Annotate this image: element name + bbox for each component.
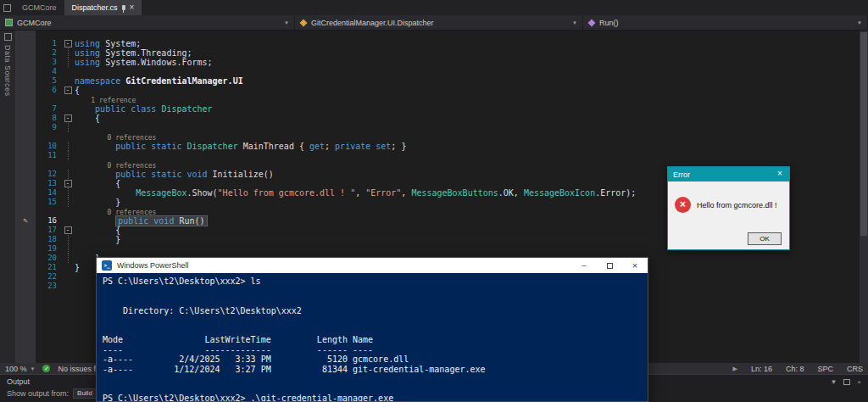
project-icon: [5, 19, 13, 26]
chevron-down-icon: ▼: [284, 20, 289, 25]
line-number: 11: [36, 151, 61, 160]
line-number: [36, 207, 61, 216]
line-number: 7: [36, 104, 61, 114]
code-line[interactable]: 2using System.Threading;: [15, 48, 860, 58]
line-number: 6: [36, 86, 61, 95]
tab-dispatcher-cs[interactable]: Dispatcher.cs ×: [64, 0, 142, 15]
fold-collapse-icon[interactable]: -: [64, 180, 72, 187]
codelens-references[interactable]: 0 references: [75, 162, 156, 170]
output-panel-title[interactable]: Output: [7, 377, 30, 386]
show-output-from-label: Show output from:: [7, 389, 69, 398]
fold-guide: [68, 151, 69, 160]
codelens-row[interactable]: 1 reference: [15, 95, 860, 104]
caret-icon[interactable]: ▶: [733, 366, 737, 372]
terminal-line: [103, 287, 648, 297]
code-line[interactable]: 7 public class Dispatcher: [15, 104, 860, 114]
fold-guide: [68, 235, 69, 244]
data-sources-tab[interactable]: Data Sources: [3, 45, 12, 97]
ok-button[interactable]: OK: [748, 232, 782, 245]
code-line[interactable]: 8- {: [15, 114, 860, 123]
line-number: 18: [36, 235, 61, 244]
powershell-icon: >_: [102, 260, 112, 271]
line-number: [36, 132, 61, 142]
line-number: 1: [36, 39, 61, 48]
tab-gcmcore[interactable]: GCMCore: [14, 0, 64, 15]
terminal-body[interactable]: PS C:\Users\t2\Desktop\xxx2> ls Director…: [97, 273, 648, 401]
line-number: 9: [36, 123, 61, 132]
member-dropdown[interactable]: Run() ▼: [583, 15, 868, 30]
navigation-bar: GCMCore ▼ GitCredentialManager.UI.Dispat…: [0, 15, 868, 31]
project-dropdown-label: GCMCore: [17, 19, 52, 27]
close-icon[interactable]: ×: [771, 167, 789, 181]
tab-label: Dispatcher.cs: [72, 3, 118, 12]
fold-guide: [68, 198, 69, 207]
line-number: 16: [36, 216, 61, 226]
fold-collapse-icon[interactable]: -: [64, 114, 72, 122]
code-line[interactable]: 4: [15, 67, 860, 76]
fold-collapse-icon[interactable]: -: [64, 226, 72, 234]
data-sources-icon: [4, 33, 12, 41]
data-sources-rail: Data Sources: [0, 31, 15, 363]
code-line[interactable]: 3using System.Windows.Forms;: [15, 58, 860, 67]
chevron-down-icon: ▼: [857, 20, 862, 25]
terminal-line: PS C:\Users\t2\Desktop\xxx2> ls: [103, 276, 648, 287]
line-number: 2: [36, 48, 61, 58]
fold-guide: [68, 58, 69, 67]
line-number: 22: [36, 272, 61, 282]
code-line[interactable]: 11: [15, 151, 860, 160]
chevron-down-icon[interactable]: ▼: [830, 378, 837, 386]
close-icon[interactable]: ×: [130, 3, 135, 12]
powershell-window: >_ Windows PowerShell – × PS C:\Users\t2…: [96, 257, 648, 402]
project-dropdown[interactable]: GCMCore ▼: [0, 15, 295, 30]
line-number: 3: [36, 58, 61, 67]
terminal-line: [103, 374, 648, 384]
space-mode-indicator[interactable]: SPC: [817, 365, 833, 373]
code-line[interactable]: 5namespace GitCredentialManager.UI: [15, 76, 860, 86]
float-panel-icon[interactable]: [843, 379, 850, 385]
fold-guide: [68, 170, 69, 179]
terminal-line: PS C:\Users\t2\Desktop\xxx2> .\git-crede…: [103, 394, 648, 401]
code-line[interactable]: 10 public static Dispatcher MainThread {…: [15, 142, 860, 151]
close-icon[interactable]: ×: [857, 378, 861, 386]
terminal-line: [103, 384, 648, 394]
line-number: 20: [36, 254, 61, 263]
maximize-icon[interactable]: [597, 258, 622, 273]
line-indicator[interactable]: Ln: 16: [751, 365, 772, 373]
terminal-line: ---- ------------- ------ ----: [103, 345, 648, 355]
eol-indicator[interactable]: CRS: [847, 365, 863, 373]
window-icon: [3, 4, 11, 12]
line-number: 21: [36, 263, 61, 272]
error-dialog-titlebar[interactable]: Error ×: [668, 167, 789, 181]
line-number: 8: [36, 114, 61, 123]
scrollbar-thumb[interactable]: [860, 32, 867, 236]
error-dialog-message: Hello from gcmcore.dll !: [697, 201, 777, 209]
terminal-line: [103, 315, 648, 326]
codelens-references[interactable]: 1 reference: [75, 97, 136, 104]
code-line[interactable]: 1-using System;: [15, 39, 860, 48]
fold-guide: [68, 244, 69, 254]
fold-collapse-icon[interactable]: -: [64, 87, 72, 94]
zoom-control[interactable]: 100 % ▼: [5, 365, 35, 373]
error-dialog: Error × × Hello from gcmcore.dll ! OK: [667, 166, 790, 250]
editor-scrollbar[interactable]: [860, 31, 868, 363]
issues-check-icon[interactable]: ✓: [42, 365, 50, 372]
line-number: 5: [36, 76, 61, 86]
error-dialog-title: Error: [673, 170, 690, 179]
document-tab-bar: GCMCore Dispatcher.cs ×: [0, 0, 868, 15]
pin-icon[interactable]: [122, 5, 125, 10]
line-number: 12: [36, 170, 61, 179]
fold-collapse-icon[interactable]: -: [64, 40, 72, 47]
powershell-titlebar[interactable]: >_ Windows PowerShell – ×: [97, 258, 648, 273]
code-line[interactable]: 6-{: [15, 86, 860, 95]
code-line[interactable]: 9: [15, 123, 860, 132]
terminal-lines: PS C:\Users\t2\Desktop\xxx2> ls Director…: [103, 276, 648, 401]
fold-guide: [68, 123, 69, 132]
line-number: [36, 160, 61, 170]
type-dropdown[interactable]: GitCredentialManager.UI.Dispatcher ▼: [295, 15, 583, 30]
codelens-row[interactable]: 0 references: [15, 132, 860, 142]
line-number: 23: [36, 282, 61, 291]
close-icon[interactable]: ×: [622, 258, 648, 273]
column-indicator[interactable]: Ch: 8: [786, 365, 804, 373]
minimize-icon[interactable]: –: [571, 258, 597, 273]
codelens-references[interactable]: 0 references: [75, 134, 156, 142]
